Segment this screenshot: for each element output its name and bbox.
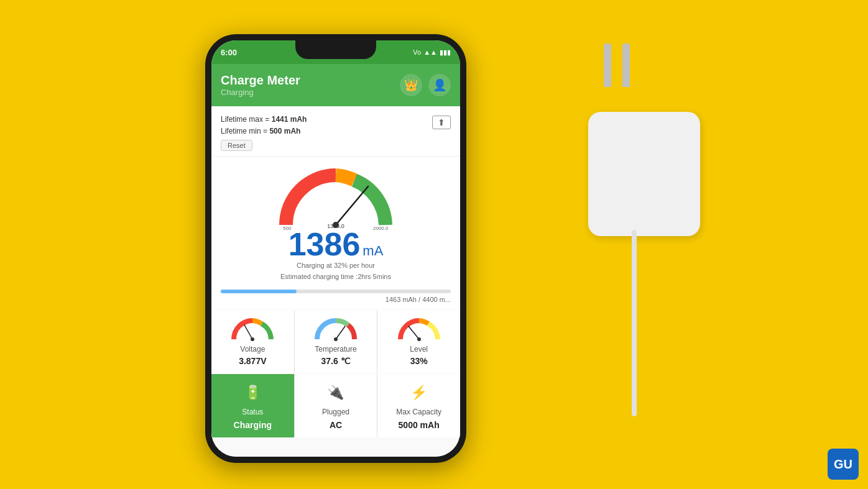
svg-line-3 bbox=[336, 186, 368, 225]
app-subtitle: Charging bbox=[221, 88, 400, 97]
status-icon: 🔋 bbox=[241, 382, 264, 404]
crown-icon[interactable]: 👑 bbox=[400, 74, 422, 96]
svg-point-10 bbox=[417, 337, 421, 341]
current-value-display: 1386 mA bbox=[289, 231, 384, 260]
svg-point-8 bbox=[334, 337, 338, 341]
charger-prong-left bbox=[604, 43, 611, 87]
max-capacity-label: Max Capacity bbox=[396, 408, 441, 416]
charger-prong-right bbox=[622, 43, 630, 87]
charger-image bbox=[570, 37, 744, 423]
svg-line-9 bbox=[409, 326, 419, 339]
voltage-card: Voltage 3.877V bbox=[211, 310, 294, 373]
watermark-text: GU bbox=[834, 457, 852, 472]
header-icons: 👑 👤 bbox=[400, 74, 451, 96]
max-capacity-value: 5000 mAh bbox=[399, 420, 440, 430]
status-icons: Vo ▲▲ ▮▮▮ bbox=[413, 48, 451, 57]
lifetime-max-value: 1441 mAh bbox=[272, 115, 307, 124]
level-gauge bbox=[397, 318, 441, 342]
phone-outer: 6:00 Vo ▲▲ ▮▮▮ Charge Meter Charging 👑 👤 bbox=[205, 34, 466, 463]
battery-icon: ▮▮▮ bbox=[440, 48, 451, 57]
charging-info: Charging at 32% per hour Estimated charg… bbox=[280, 260, 391, 282]
voltage-value: 3.877V bbox=[239, 356, 266, 366]
svg-line-7 bbox=[336, 326, 345, 339]
progress-bar-background bbox=[221, 290, 451, 293]
phone-screen: 6:00 Vo ▲▲ ▮▮▮ Charge Meter Charging 👑 👤 bbox=[211, 40, 460, 457]
lifetime-max-line: Lifetime max = 1441 mAh bbox=[221, 114, 451, 126]
temperature-value: 37.6 ℃ bbox=[321, 356, 350, 366]
charger-body bbox=[588, 112, 700, 236]
voltage-gauge bbox=[231, 318, 274, 342]
lifetime-min-label: Lifetime min = bbox=[221, 127, 267, 135]
level-card: Level 33% bbox=[377, 310, 460, 373]
lifetime-min-line: Lifetime min = 500 mAh bbox=[221, 126, 451, 137]
app-content: Lifetime max = 1441 mAh Lifetime min = 5… bbox=[211, 106, 460, 457]
export-button[interactable]: ⬆ bbox=[432, 116, 451, 129]
current-mA-value: 1386 bbox=[289, 228, 361, 260]
status-value: Charging bbox=[234, 420, 272, 430]
lifetime-min-value: 500 mAh bbox=[269, 127, 300, 135]
charging-rate: Charging at 32% per hour bbox=[280, 260, 391, 272]
app-title: Charge Meter bbox=[221, 73, 400, 88]
progress-label: 1463 mAh / 4400 m... bbox=[221, 296, 451, 303]
gauge-section: 500 2000.0 1386.0 1386 mA bbox=[211, 157, 460, 285]
profile-icon[interactable]: 👤 bbox=[428, 74, 451, 96]
lifetime-max-label: Lifetime max = bbox=[221, 115, 269, 124]
temperature-card: Temperature 37.6 ℃ bbox=[295, 310, 377, 373]
svg-point-6 bbox=[251, 337, 254, 341]
phone: 6:00 Vo ▲▲ ▮▮▮ Charge Meter Charging 👑 👤 bbox=[205, 34, 466, 463]
plugged-label: Plugged bbox=[322, 408, 349, 416]
svg-text:2000.0: 2000.0 bbox=[373, 226, 389, 231]
voltage-label: Voltage bbox=[240, 345, 265, 354]
progress-bar-fill bbox=[221, 290, 297, 293]
level-label: Level bbox=[410, 345, 428, 354]
cards-grid: Voltage 3.877V Temperature 37 bbox=[211, 310, 460, 373]
watermark: GU bbox=[828, 449, 859, 480]
phone-notch bbox=[295, 40, 376, 59]
plugged-icon: 🔌 bbox=[325, 382, 347, 404]
charger-cable bbox=[632, 230, 637, 416]
max-capacity-card: ⚡ Max Capacity 5000 mAh bbox=[377, 374, 460, 437]
bottom-cards: 🔋 Status Charging 🔌 Plugged AC ⚡ Max Cap… bbox=[211, 374, 460, 437]
status-time: 6:00 bbox=[221, 48, 237, 57]
gauge-svg: 500 2000.0 1386.0 bbox=[274, 163, 398, 231]
progress-area: 1463 mAh / 4400 m... bbox=[211, 286, 460, 309]
svg-line-5 bbox=[244, 325, 252, 339]
app-header: Charge Meter Charging 👑 👤 bbox=[211, 64, 460, 106]
status-label: Status bbox=[242, 408, 263, 416]
header-title-area: Charge Meter Charging bbox=[221, 73, 400, 97]
stats-section: Lifetime max = 1441 mAh Lifetime min = 5… bbox=[211, 106, 460, 157]
temperature-label: Temperature bbox=[315, 345, 356, 354]
current-mA-unit: mA bbox=[362, 243, 383, 259]
signal-icon: Vo bbox=[413, 48, 421, 56]
charging-time: Estimated charging time :2hrs 5mins bbox=[280, 272, 391, 283]
temperature-gauge bbox=[314, 318, 358, 342]
wifi-icon: ▲▲ bbox=[423, 48, 437, 56]
lifetime-stats: Lifetime max = 1441 mAh Lifetime min = 5… bbox=[221, 114, 451, 137]
max-capacity-icon: ⚡ bbox=[408, 382, 430, 404]
plugged-value: AC bbox=[330, 420, 342, 430]
reset-button[interactable]: Reset bbox=[221, 140, 252, 151]
status-card: 🔋 Status Charging bbox=[211, 374, 294, 437]
plugged-card: 🔌 Plugged AC bbox=[295, 374, 377, 437]
level-value: 33% bbox=[410, 356, 428, 366]
